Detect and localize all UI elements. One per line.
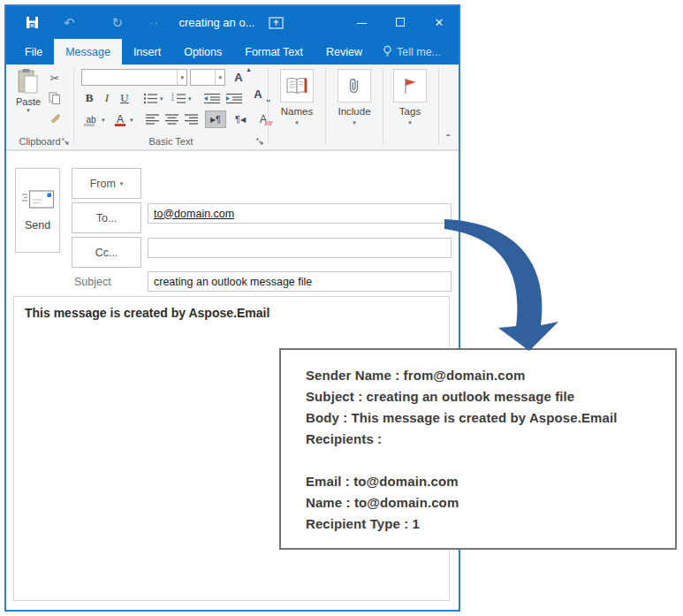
left-to-right-text-icon[interactable]: ▶¶	[205, 110, 226, 128]
screenshot-stage: ↶ ↻ ·· creating an o... ✕ File Message I…	[0, 0, 683, 616]
cc-label: Cc...	[95, 247, 118, 259]
title-bar: ↶ ↻ ·· creating an o... ✕	[6, 6, 459, 39]
collapse-ribbon-icon[interactable]: ˆ	[446, 133, 450, 146]
recipient-type-line: Recipient Type : 1	[306, 513, 664, 535]
text-highlight-icon[interactable]: ab	[81, 110, 101, 128]
sender-name-line: Sender Name : from@domain.com	[306, 365, 664, 386]
subject-line: Subject : creating an outlook message fi…	[306, 386, 664, 407]
tags-button[interactable]	[393, 69, 427, 103]
font-size-caret-icon: ▾	[215, 70, 224, 85]
from-label: From	[90, 178, 116, 190]
message-body-text: This message is created by Aspose.Email	[25, 306, 269, 320]
names-caret-icon: ▾	[269, 119, 325, 125]
send-button[interactable]: Send	[15, 168, 60, 253]
decrease-indent-icon[interactable]	[202, 89, 222, 107]
tags-caret-icon: ▾	[383, 119, 436, 125]
svg-text:2: 2	[171, 96, 174, 102]
basic-text-group: ▾ ▾ A▲ A▼ B I U ▾	[74, 65, 268, 149]
flag-icon	[403, 77, 417, 95]
bullet-list-icon[interactable]	[141, 89, 159, 107]
send-label: Send	[25, 219, 50, 232]
lightbulb-icon	[383, 45, 392, 58]
basic-text-group-label: Basic Text	[74, 136, 268, 147]
format-painter-icon[interactable]	[49, 111, 61, 123]
qat-more-icon[interactable]: ··	[149, 18, 159, 28]
to-field-value: to@domain.com	[154, 208, 234, 220]
font-color-icon[interactable]: A	[111, 110, 129, 128]
bullet-list-caret-icon[interactable]: ▾	[160, 95, 163, 102]
cc-button[interactable]: Cc...	[72, 237, 141, 268]
cc-field[interactable]	[148, 238, 452, 258]
close-button[interactable]: ✕	[420, 16, 459, 29]
save-icon[interactable]	[26, 16, 39, 29]
paste-label: Paste	[16, 96, 41, 107]
email-line: Email : to@domain.com	[306, 471, 664, 492]
basic-text-dialog-launcher-icon[interactable]	[256, 138, 264, 146]
numbered-list-icon[interactable]: 1 2	[170, 89, 187, 107]
clipboard-group: Paste ▾ ✂	[6, 65, 73, 149]
underline-button[interactable]: U	[117, 89, 133, 107]
include-caret-icon: ▾	[326, 119, 383, 125]
clipboard-dialog-launcher-icon[interactable]	[62, 138, 70, 146]
undo-icon[interactable]: ↶	[64, 15, 75, 31]
align-right-icon[interactable]	[182, 110, 200, 128]
font-name-combo[interactable]: ▾	[81, 69, 187, 86]
tab-review[interactable]: Review	[315, 39, 374, 65]
shrink-font-icon[interactable]: A▼	[250, 86, 266, 103]
to-button[interactable]: To...	[72, 202, 141, 233]
tab-options[interactable]: Options	[172, 39, 233, 65]
names-group: Names ▾	[269, 65, 325, 149]
increase-indent-icon[interactable]	[224, 89, 244, 107]
paste-clipboard-icon	[17, 68, 40, 95]
to-field[interactable]: to@domain.com	[148, 203, 452, 224]
numbered-list-caret-icon[interactable]: ▾	[188, 95, 192, 102]
tab-insert[interactable]: Insert	[122, 39, 172, 65]
tab-message[interactable]: Message	[54, 39, 122, 65]
maximize-button[interactable]	[381, 16, 420, 29]
include-button[interactable]	[338, 69, 371, 103]
recipients-line: Recipients :	[306, 429, 664, 450]
minimize-button[interactable]	[342, 16, 381, 29]
paste-button[interactable]: Paste ▾	[11, 68, 46, 132]
tab-file[interactable]: File	[13, 39, 54, 65]
redo-icon[interactable]: ↻	[112, 15, 124, 31]
tell-me-label: Tell me...	[397, 46, 441, 58]
bold-button[interactable]: B	[81, 89, 97, 107]
copy-icon[interactable]	[49, 92, 61, 104]
include-label: Include	[326, 106, 383, 117]
cut-icon[interactable]: ✂	[50, 72, 60, 85]
names-button[interactable]	[280, 69, 314, 103]
ribbon-tab-bar: File Message Insert Options Format Text …	[6, 39, 459, 65]
right-to-left-text-icon[interactable]: ¶◀	[230, 110, 251, 128]
tell-me-box[interactable]: Tell me...	[374, 39, 450, 65]
name-line: Name : to@domain.com	[306, 492, 664, 513]
font-size-combo[interactable]: ▾	[190, 69, 225, 86]
blank-line	[306, 450, 664, 471]
from-caret-icon: ▾	[120, 180, 124, 186]
to-label: To...	[96, 212, 118, 224]
italic-button[interactable]: I	[99, 89, 115, 107]
include-group: Include ▾	[326, 65, 383, 149]
from-button[interactable]: From ▾	[72, 168, 141, 199]
tags-group: Tags ▾	[383, 65, 436, 149]
ribbon: Paste ▾ ✂	[6, 65, 459, 150]
names-label: Names	[269, 106, 325, 117]
grow-font-icon[interactable]: A▲	[231, 69, 247, 86]
subject-label: Subject	[74, 276, 111, 288]
send-envelope-icon	[21, 189, 55, 210]
align-center-icon[interactable]	[163, 110, 180, 128]
subject-field-value: creating an outlook message file	[154, 276, 312, 288]
window-title: creating an o...	[178, 16, 254, 29]
ribbon-display-options-icon[interactable]	[269, 17, 284, 29]
font-name-caret-icon: ▾	[177, 70, 186, 85]
align-left-icon[interactable]	[143, 110, 161, 128]
tags-label: Tags	[383, 106, 436, 117]
subject-field[interactable]: creating an outlook message file	[148, 271, 452, 292]
text-highlight-caret-icon[interactable]: ▾	[102, 117, 105, 123]
address-book-icon	[285, 77, 308, 95]
message-properties-box: Sender Name : from@domain.com Subject : …	[279, 348, 677, 550]
paperclip-icon	[349, 77, 360, 95]
paste-caret-icon: ▾	[27, 107, 30, 113]
font-color-caret-icon[interactable]: ▾	[130, 117, 133, 123]
tab-format-text[interactable]: Format Text	[233, 39, 315, 65]
